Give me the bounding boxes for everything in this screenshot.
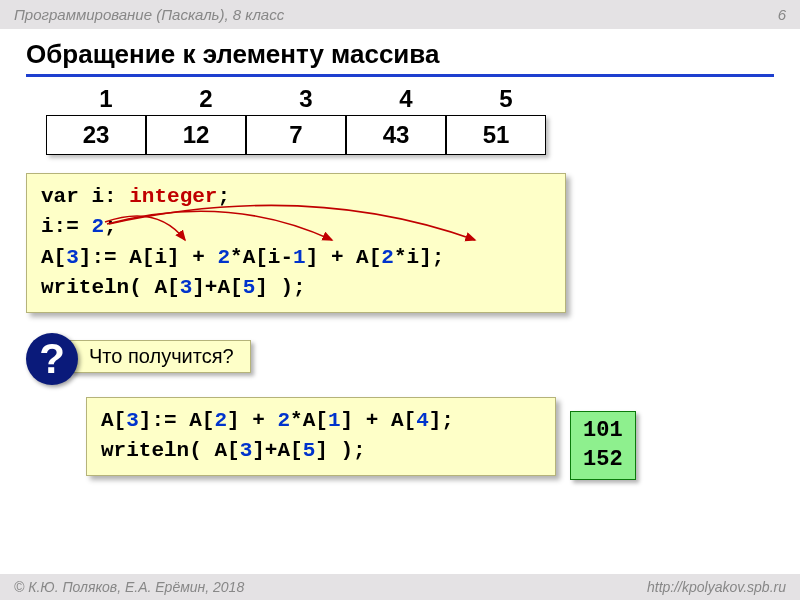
copyright: © К.Ю. Поляков, Е.А. Ерёмин, 2018 (14, 579, 244, 595)
code-line: writeln( A[3]+A[5] ); (101, 436, 541, 466)
array-cell: 43 (346, 115, 446, 155)
index-cell: 3 (256, 85, 356, 113)
code-line: A[3]:= A[i] + 2*A[i-1] + A[2*i]; (41, 243, 551, 273)
result-box: 101 152 (570, 411, 636, 480)
code-line: i:= 2; (41, 212, 551, 242)
array-cell: 23 (46, 115, 146, 155)
page-number: 6 (778, 6, 786, 23)
index-cell: 1 (56, 85, 156, 113)
array-cell: 51 (446, 115, 546, 155)
index-cell: 5 (456, 85, 556, 113)
code-block-1: var i: integer; i:= 2; A[3]:= A[i] + 2*A… (26, 173, 566, 313)
question-row: ? Что получится? (26, 331, 774, 383)
code-line: writeln( A[3]+A[5] ); (41, 273, 551, 303)
slide-title: Обращение к элементу массива (26, 39, 774, 77)
array-cell: 7 (246, 115, 346, 155)
index-cell: 4 (356, 85, 456, 113)
result-value: 152 (583, 445, 623, 475)
question-mark-icon: ? (26, 333, 78, 385)
result-value: 101 (583, 416, 623, 446)
array-indices: 1 2 3 4 5 (56, 85, 774, 113)
array-values: 23 12 7 43 51 (46, 115, 546, 155)
footer-bar: © К.Ю. Поляков, Е.А. Ерёмин, 2018 http:/… (0, 574, 800, 600)
code-line: var i: integer; (41, 182, 551, 212)
header-bar: Программирование (Паскаль), 8 класс 6 (0, 0, 800, 29)
course-title: Программирование (Паскаль), 8 класс (14, 6, 284, 23)
array-cell: 12 (146, 115, 246, 155)
code-block-2: A[3]:= A[2] + 2*A[1] + A[4]; writeln( A[… (86, 397, 556, 476)
slide-content: Обращение к элементу массива 1 2 3 4 5 2… (0, 29, 800, 476)
footer-url: http://kpolyakov.spb.ru (647, 579, 786, 595)
question-label: Что получится? (70, 340, 251, 373)
code-line: A[3]:= A[2] + 2*A[1] + A[4]; (101, 406, 541, 436)
index-cell: 2 (156, 85, 256, 113)
